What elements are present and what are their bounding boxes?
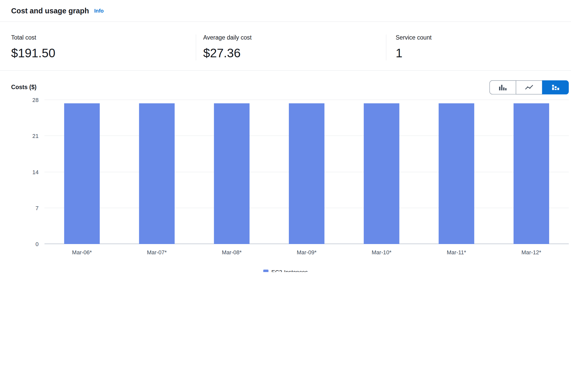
stacked-bar-chart-icon <box>551 84 560 91</box>
chart-bar-Mar-09*[interactable] <box>289 103 325 244</box>
x-axis-labels: Mar-06*Mar-07*Mar-08*Mar-09*Mar-10*Mar-1… <box>44 249 569 256</box>
page-title: Cost and usage graph <box>11 6 89 15</box>
stat-total-cost: Total cost $191.50 <box>11 34 196 60</box>
x-tick-label: Mar-07* <box>119 249 194 256</box>
line-chart-toggle[interactable] <box>516 80 542 95</box>
stat-service-count: Service count 1 <box>386 34 571 60</box>
y-tick-label: 21 <box>32 133 39 139</box>
bar-group <box>44 100 119 244</box>
stat-label: Total cost <box>11 34 196 41</box>
chart-bar-Mar-10*[interactable] <box>364 103 400 244</box>
stat-average-daily-cost: Average daily cost $27.36 <box>196 34 386 60</box>
bar-chart-icon <box>499 84 507 91</box>
x-tick-label: Mar-08* <box>194 249 269 256</box>
stacked-bar-chart-toggle[interactable] <box>542 80 569 95</box>
stat-value: $27.36 <box>203 46 386 60</box>
legend-label[interactable]: EC2-Instances <box>271 269 308 272</box>
summary-stats: Total cost $191.50 Average daily cost $2… <box>0 22 571 71</box>
y-axis-title: Costs ($) <box>11 84 37 91</box>
cost-usage-chart: Costs ($) <box>0 71 571 272</box>
info-link[interactable]: Info <box>94 8 104 14</box>
bar-group <box>194 100 269 244</box>
bar-group <box>119 100 194 244</box>
bar-group <box>494 100 569 244</box>
x-tick-label: Mar-11* <box>419 249 494 256</box>
bars-layer <box>44 100 569 244</box>
legend-swatch <box>263 269 268 272</box>
cost-explorer-panel: Cost and usage graph Info Total cost $19… <box>0 0 571 272</box>
chart-type-toggle <box>489 80 569 95</box>
chart-plot-area: 07142128 <box>44 100 569 244</box>
x-tick-label: Mar-09* <box>269 249 344 256</box>
x-tick-label: Mar-06* <box>44 249 119 256</box>
y-tick-label: 14 <box>32 169 39 175</box>
bar-group <box>269 100 344 244</box>
chart-bar-Mar-07*[interactable] <box>139 103 175 244</box>
stat-label: Service count <box>396 34 571 41</box>
x-tick-label: Mar-12* <box>494 249 569 256</box>
x-tick-label: Mar-10* <box>344 249 419 256</box>
bar-group <box>344 100 419 244</box>
y-tick-label: 0 <box>35 241 39 247</box>
bar-group <box>419 100 494 244</box>
y-tick-label: 7 <box>35 205 39 211</box>
chart-bar-Mar-06*[interactable] <box>64 103 100 244</box>
chart-bar-Mar-08*[interactable] <box>214 103 250 244</box>
bar-chart-toggle[interactable] <box>489 80 516 95</box>
chart-bar-Mar-12*[interactable] <box>513 103 549 244</box>
line-chart-icon <box>525 84 534 91</box>
stat-label: Average daily cost <box>203 34 386 41</box>
stat-value: 1 <box>396 46 571 60</box>
stat-value: $191.50 <box>11 46 196 60</box>
chart-bar-Mar-11*[interactable] <box>439 103 475 244</box>
panel-header: Cost and usage graph Info <box>0 0 571 22</box>
chart-legend: EC2-Instances <box>0 269 571 272</box>
y-tick-label: 28 <box>32 97 39 103</box>
